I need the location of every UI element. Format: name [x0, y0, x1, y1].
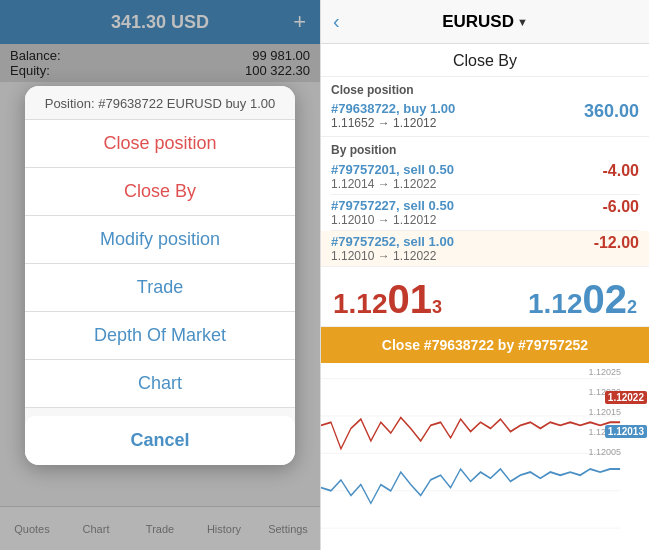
- ask-sup: 2: [627, 297, 637, 318]
- by-position-section: By position #79757201, sell 0.50 1.12014…: [321, 137, 649, 271]
- close-position-label: Close position: [331, 83, 639, 97]
- right-header: ‹ EURUSD ▼: [321, 0, 649, 44]
- price-display: 1.12 01 3 1.12 02 2: [321, 271, 649, 327]
- position-entry-1[interactable]: #79757201, sell 0.50 1.12014 → 1.12022 -…: [331, 159, 639, 195]
- back-button[interactable]: ‹: [333, 10, 340, 33]
- symbol-title: EURUSD: [442, 12, 514, 32]
- ask-prefix: 1.12: [528, 288, 583, 320]
- pos2-price: 1.12010 → 1.12012: [331, 213, 454, 227]
- modal-position-label: Position: #79638722 EURUSD buy 1.00: [25, 86, 295, 120]
- close-position-id: #79638722, buy 1.00: [331, 101, 455, 116]
- close-by-title: Close By: [321, 44, 649, 77]
- left-panel: 341.30 USD + Balance: Equity: 99 981.00 …: [0, 0, 320, 550]
- modal-box: Position: #79638722 EURUSD buy 1.00 Clos…: [25, 86, 295, 465]
- close-position-price: 1.11652 → 1.12012: [331, 116, 455, 130]
- bid-sup: 3: [432, 297, 442, 318]
- bid-big: 01: [388, 279, 433, 319]
- trade-button[interactable]: Trade: [25, 264, 295, 312]
- close-position-pnl: 360.00: [584, 101, 639, 122]
- bid-prefix: 1.12: [333, 288, 388, 320]
- pos1-id: #79757201, sell 0.50: [331, 162, 454, 177]
- pos1-pnl: -4.00: [603, 162, 639, 180]
- modal-overlay: Position: #79638722 EURUSD buy 1.00 Clos…: [0, 0, 320, 550]
- pos2-id: #79757227, sell 0.50: [331, 198, 454, 213]
- close-position-button[interactable]: Close position: [25, 120, 295, 168]
- modify-position-button[interactable]: Modify position: [25, 216, 295, 264]
- pos3-price: 1.12010 → 1.12022: [331, 249, 454, 263]
- close-position-row: #79638722, buy 1.00 1.11652 → 1.12012 36…: [331, 99, 639, 132]
- right-panel: ‹ EURUSD ▼ Close By Close position #7963…: [320, 0, 649, 550]
- y-label-1: 1.12025: [588, 367, 621, 377]
- close-action-bar[interactable]: Close #79638722 by #79757252: [321, 327, 649, 363]
- close-by-button[interactable]: Close By: [25, 168, 295, 216]
- position-entry-2[interactable]: #79757227, sell 0.50 1.12010 → 1.12012 -…: [331, 195, 639, 231]
- pos3-pnl: -12.00: [594, 234, 639, 252]
- cancel-button[interactable]: Cancel: [25, 416, 295, 465]
- ask-big: 02: [582, 279, 627, 319]
- y-label-5: 1.12005: [588, 447, 621, 457]
- dropdown-arrow-icon[interactable]: ▼: [517, 16, 528, 28]
- pos1-price: 1.12014 → 1.12022: [331, 177, 454, 191]
- pos2-pnl: -6.00: [603, 198, 639, 216]
- chart-button[interactable]: Chart: [25, 360, 295, 408]
- depth-of-market-button[interactable]: Depth Of Market: [25, 312, 295, 360]
- chart-blue-label: 1.12013: [605, 425, 647, 438]
- ask-price: 1.12 02 2: [528, 279, 637, 320]
- pos3-id: #79757252, sell 1.00: [331, 234, 454, 249]
- chart-area: 1.12025 1.12020 1.12015 1.12010 1.12005 …: [321, 363, 649, 550]
- chart-red-label: 1.12022: [605, 391, 647, 404]
- position-entry-3[interactable]: #79757252, sell 1.00 1.12010 → 1.12022 -…: [321, 231, 649, 267]
- bid-price: 1.12 01 3: [333, 279, 442, 320]
- y-label-3: 1.12015: [588, 407, 621, 417]
- close-position-section: Close position #79638722, buy 1.00 1.116…: [321, 77, 649, 137]
- by-position-label: By position: [331, 143, 639, 157]
